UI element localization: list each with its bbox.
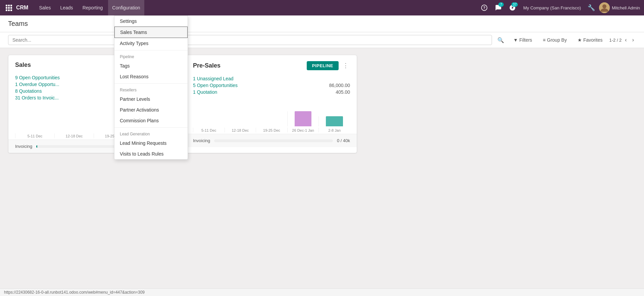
presales-open-opps[interactable]: 5 Open Opportunities [193,83,238,88]
stat-row: 1 Unassigned Lead [193,76,350,81]
divider-1 [114,50,188,50]
navbar: CRM Sales Leads Reporting Configuration … [0,0,644,15]
presales-quotation-val: 405.00 [336,89,350,95]
filters-button[interactable]: ▼ Filters [509,35,536,45]
sales-open-opps[interactable]: 9 Open Opportunities [15,75,60,80]
presales-invoicing-label: Invoicing [193,138,210,143]
star-icon: ★ [578,37,582,43]
presales-chart-bars [193,103,350,126]
sales-invoicing-label: Invoicing [15,144,32,149]
sales-overdue-opps[interactable]: 1 Overdue Opportu... [15,82,59,87]
presales-more-menu[interactable]: ⋮ [341,60,350,71]
stat-row: 5 Open Opportunities 86,000.00 [193,83,350,88]
dropdown-partner-levels[interactable]: Partner Levels [114,94,188,104]
chart-section [318,116,350,126]
nav-leads[interactable]: Leads [56,0,77,15]
chart-bar [326,116,343,126]
sales-invoicing-progress-fill [36,145,37,148]
dropdown-pipeline-header: Pipeline [114,52,188,60]
company-name[interactable]: My Company (San Francisco) [521,5,584,10]
presales-team-card: Pre-Sales PIPELINE ⋮ 1 Unassigned Lead 5… [186,55,357,153]
chart-label: 12-18 Dec [54,133,94,138]
dropdown-visits-leads[interactable]: Visits to Leads Rules [114,149,188,159]
stat-row: 1 Quotation 405.00 [193,89,350,95]
presales-card-header: Pre-Sales PIPELINE ⋮ [186,55,357,75]
dropdown-commission-plans[interactable]: Commission Plans [114,115,188,126]
app-name[interactable]: CRM [16,5,28,11]
avatar[interactable] [599,2,610,13]
nav-sales[interactable]: Sales [35,0,55,15]
presales-chart-labels: 5-11 Dec 12-18 Dec 19-25 Dec 26 Dec-1 Ja… [193,128,350,132]
chat-icon[interactable]: 7 [492,2,504,14]
dropdown-lead-mining[interactable]: Lead Mining Requests [114,138,188,149]
dropdown-settings[interactable]: Settings [114,16,188,27]
chart-label: 19-25 Dec [256,128,287,132]
dropdown-lead-gen-header: Lead Generation [114,129,188,138]
activity-icon[interactable]: 37 [506,2,518,14]
activity-badge: 37 [511,2,518,7]
chart-label: 26 Dec-1 Jan [287,128,319,132]
presales-quotation[interactable]: 1 Quotation [193,89,217,95]
main-content: Sales PIPELINE 9 Open Opportunities 1 Ov… [0,48,644,296]
presales-card-stats: 1 Unassigned Lead 5 Open Opportunities 8… [186,75,357,100]
dropdown-resellers-header: Resellers [114,85,188,94]
svg-text:?: ? [483,6,486,10]
page-container: Teams 🔍 ▼ Filters ≡ Group By ★ Favorites… [0,15,644,296]
search-input[interactable] [8,35,492,45]
filter-icon: ▼ [513,37,518,43]
sales-orders-invoice[interactable]: 31 Orders to Invoic... [15,95,59,100]
chart-label: 5-11 Dec [15,133,54,138]
sales-card-title: Sales [15,61,31,69]
chart-label: 5-11 Dec [193,128,225,132]
presales-chart-area: 5-11 Dec 12-18 Dec 19-25 Dec 26 Dec-1 Ja… [186,100,357,134]
dropdown-lost-reasons[interactable]: Lost Reasons [114,71,188,82]
sales-quotations[interactable]: 8 Quotations [15,88,42,94]
nav-reporting[interactable]: Reporting [79,0,107,15]
user-name[interactable]: Mitchell Admin [612,5,640,10]
next-page-button[interactable]: › [630,36,636,44]
dropdown-tags[interactable]: Tags [114,60,188,71]
configuration-dropdown: Settings Sales Teams Activity Types Pipe… [114,15,188,160]
groupby-button[interactable]: ≡ Group By [539,35,571,45]
toolbar: 🔍 ▼ Filters ≡ Group By ★ Favorites 1-2 /… [0,32,644,48]
dropdown-partner-activations[interactable]: Partner Activations [114,104,188,115]
presales-unassigned-lead[interactable]: 1 Unassigned Lead [193,76,234,81]
dropdown-activity-types[interactable]: Activity Types [114,38,188,49]
presales-card-title: Pre-Sales [193,62,220,69]
status-url: https://22430682-16-0-all.runbot141.odoo… [4,290,145,295]
chat-badge: 7 [498,2,504,7]
chart-section [287,111,319,126]
status-bar: https://22430682-16-0-all.runbot141.odoo… [0,288,644,296]
presales-invoicing-progress-bar [214,139,333,142]
chart-bar [295,111,312,126]
dropdown-sales-teams[interactable]: Sales Teams [114,27,188,38]
chart-label: 12-18 Dec [225,128,256,132]
presales-pipeline-button[interactable]: PIPELINE [307,61,339,70]
chart-label: 2-8 Jan [318,128,350,132]
divider-3 [114,127,188,128]
presales-invoicing-bar: Invoicing 0 / 40k [186,134,357,147]
favorites-button[interactable]: ★ Favorites [574,35,607,45]
presales-open-opps-val: 86,000.00 [329,83,350,88]
grid-icon[interactable] [4,3,13,12]
prev-page-button[interactable]: ‹ [623,36,629,44]
nav-configuration[interactable]: Configuration [108,0,144,15]
svg-point-3 [602,4,606,8]
pagination: 1-2 / 2 ‹ › [609,36,636,44]
secondary-bar: Teams [0,15,644,32]
help-icon[interactable]: ? [478,2,490,14]
settings-icon[interactable]: 🔧 [586,4,597,11]
divider-2 [114,83,188,84]
page-title: Teams [8,20,28,28]
presales-invoicing-value: 0 / 40k [337,138,350,143]
search-button[interactable]: 🔍 [495,36,507,45]
cards-container: Sales PIPELINE 9 Open Opportunities 1 Ov… [8,55,636,153]
groupby-icon: ≡ [543,37,546,43]
